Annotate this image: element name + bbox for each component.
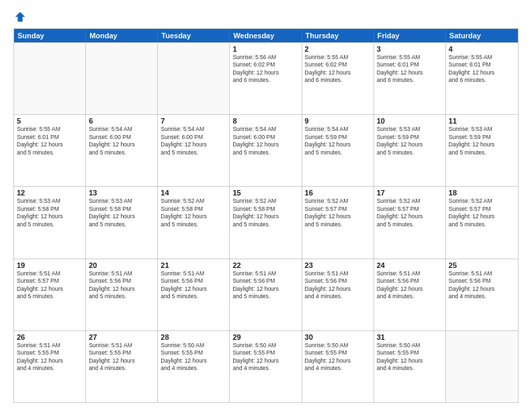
calendar-cell-3: 3Sunrise: 5:55 AM Sunset: 6:01 PM Daylig… <box>374 43 446 114</box>
cell-text: Sunrise: 5:50 AM Sunset: 5:55 PM Dayligh… <box>377 342 443 373</box>
calendar-cell-6: 6Sunrise: 5:54 AM Sunset: 6:00 PM Daylig… <box>86 115 158 186</box>
day-number: 17 <box>377 189 443 197</box>
calendar-cell-18: 18Sunrise: 5:52 AM Sunset: 5:57 PM Dayli… <box>446 187 518 258</box>
cell-text: Sunrise: 5:51 AM Sunset: 5:55 PM Dayligh… <box>17 342 83 373</box>
day-number: 13 <box>89 189 154 197</box>
day-number: 8 <box>232 117 298 125</box>
day-number: 2 <box>305 45 371 53</box>
cell-text: Sunrise: 5:51 AM Sunset: 5:56 PM Dayligh… <box>305 270 371 301</box>
day-number: 4 <box>449 45 515 53</box>
day-number: 3 <box>377 45 443 53</box>
calendar-cell-9: 9Sunrise: 5:54 AM Sunset: 5:59 PM Daylig… <box>302 115 374 186</box>
day-number: 19 <box>17 261 83 269</box>
cell-text: Sunrise: 5:54 AM Sunset: 6:00 PM Dayligh… <box>232 126 298 156</box>
calendar-cell-28: 28Sunrise: 5:50 AM Sunset: 5:55 PM Dayli… <box>158 331 230 402</box>
cell-text: Sunrise: 5:53 AM Sunset: 5:59 PM Dayligh… <box>449 126 515 156</box>
calendar-cell-empty-0-0 <box>14 43 86 114</box>
day-number: 6 <box>89 117 154 125</box>
calendar-cell-27: 27Sunrise: 5:51 AM Sunset: 5:55 PM Dayli… <box>86 331 158 402</box>
header-day-wednesday: Wednesday <box>230 29 302 42</box>
cell-text: Sunrise: 5:55 AM Sunset: 6:01 PM Dayligh… <box>17 126 83 156</box>
calendar-row-3: 19Sunrise: 5:51 AM Sunset: 5:57 PM Dayli… <box>14 259 518 330</box>
calendar-cell-16: 16Sunrise: 5:52 AM Sunset: 5:57 PM Dayli… <box>302 187 374 258</box>
day-number: 14 <box>161 189 226 197</box>
calendar-cell-24: 24Sunrise: 5:51 AM Sunset: 5:56 PM Dayli… <box>374 259 446 330</box>
day-number: 27 <box>89 333 154 341</box>
cell-text: Sunrise: 5:52 AM Sunset: 5:58 PM Dayligh… <box>161 197 226 228</box>
calendar-cell-empty-4-6 <box>446 331 518 402</box>
cell-text: Sunrise: 5:53 AM Sunset: 5:58 PM Dayligh… <box>17 197 83 228</box>
header-day-thursday: Thursday <box>302 29 374 42</box>
day-number: 21 <box>161 261 226 269</box>
calendar-cell-1: 1Sunrise: 5:56 AM Sunset: 6:02 PM Daylig… <box>230 43 302 114</box>
calendar-body: 1Sunrise: 5:56 AM Sunset: 6:02 PM Daylig… <box>14 42 518 402</box>
day-number: 25 <box>449 261 515 269</box>
calendar-cell-30: 30Sunrise: 5:50 AM Sunset: 5:55 PM Dayli… <box>302 331 374 402</box>
calendar-cell-13: 13Sunrise: 5:53 AM Sunset: 5:58 PM Dayli… <box>86 187 158 258</box>
cell-text: Sunrise: 5:51 AM Sunset: 5:55 PM Dayligh… <box>89 342 154 373</box>
cell-text: Sunrise: 5:51 AM Sunset: 5:56 PM Dayligh… <box>89 270 154 301</box>
calendar: SundayMondayTuesdayWednesdayThursdayFrid… <box>13 28 519 403</box>
day-number: 15 <box>232 189 298 197</box>
day-number: 30 <box>305 333 371 341</box>
cell-text: Sunrise: 5:52 AM Sunset: 5:57 PM Dayligh… <box>449 197 515 228</box>
cell-text: Sunrise: 5:50 AM Sunset: 5:55 PM Dayligh… <box>161 342 226 373</box>
day-number: 11 <box>449 117 515 125</box>
calendar-header: SundayMondayTuesdayWednesdayThursdayFrid… <box>14 29 518 42</box>
day-number: 16 <box>305 189 371 197</box>
day-number: 18 <box>449 189 515 197</box>
calendar-cell-21: 21Sunrise: 5:51 AM Sunset: 5:56 PM Dayli… <box>158 259 230 330</box>
header-day-friday: Friday <box>374 29 446 42</box>
header-day-saturday: Saturday <box>446 29 518 42</box>
calendar-row-4: 26Sunrise: 5:51 AM Sunset: 5:55 PM Dayli… <box>14 330 518 402</box>
cell-text: Sunrise: 5:53 AM Sunset: 5:59 PM Dayligh… <box>377 126 443 156</box>
cell-text: Sunrise: 5:52 AM Sunset: 5:57 PM Dayligh… <box>377 197 443 228</box>
cell-text: Sunrise: 5:56 AM Sunset: 6:02 PM Dayligh… <box>232 54 298 85</box>
day-number: 9 <box>305 117 371 125</box>
day-number: 12 <box>17 189 83 197</box>
svg-marker-0 <box>15 12 25 21</box>
cell-text: Sunrise: 5:51 AM Sunset: 5:57 PM Dayligh… <box>17 270 83 301</box>
calendar-cell-19: 19Sunrise: 5:51 AM Sunset: 5:57 PM Dayli… <box>14 259 86 330</box>
calendar-cell-31: 31Sunrise: 5:50 AM Sunset: 5:55 PM Dayli… <box>374 331 446 402</box>
calendar-cell-2: 2Sunrise: 5:55 AM Sunset: 6:02 PM Daylig… <box>302 43 374 114</box>
day-number: 26 <box>17 333 83 341</box>
calendar-row-1: 5Sunrise: 5:55 AM Sunset: 6:01 PM Daylig… <box>14 114 518 186</box>
cell-text: Sunrise: 5:52 AM Sunset: 5:58 PM Dayligh… <box>232 197 298 228</box>
calendar-cell-empty-0-1 <box>86 43 158 114</box>
day-number: 5 <box>17 117 83 125</box>
day-number: 29 <box>232 333 298 341</box>
cell-text: Sunrise: 5:55 AM Sunset: 6:01 PM Dayligh… <box>377 54 443 85</box>
cell-text: Sunrise: 5:52 AM Sunset: 5:57 PM Dayligh… <box>305 197 371 228</box>
cell-text: Sunrise: 5:51 AM Sunset: 5:56 PM Dayligh… <box>161 270 226 301</box>
page: SundayMondayTuesdayWednesdayThursdayFrid… <box>0 0 532 411</box>
cell-text: Sunrise: 5:51 AM Sunset: 5:56 PM Dayligh… <box>377 270 443 301</box>
day-number: 23 <box>305 261 371 269</box>
header-day-sunday: Sunday <box>14 29 86 42</box>
calendar-cell-23: 23Sunrise: 5:51 AM Sunset: 5:56 PM Dayli… <box>302 259 374 330</box>
cell-text: Sunrise: 5:55 AM Sunset: 6:01 PM Dayligh… <box>449 54 515 85</box>
header-day-monday: Monday <box>86 29 158 42</box>
day-number: 22 <box>232 261 298 269</box>
calendar-cell-26: 26Sunrise: 5:51 AM Sunset: 5:55 PM Dayli… <box>14 331 86 402</box>
cell-text: Sunrise: 5:51 AM Sunset: 5:56 PM Dayligh… <box>232 270 298 301</box>
cell-text: Sunrise: 5:55 AM Sunset: 6:02 PM Dayligh… <box>305 54 371 85</box>
day-number: 24 <box>377 261 443 269</box>
calendar-cell-25: 25Sunrise: 5:51 AM Sunset: 5:56 PM Dayli… <box>446 259 518 330</box>
calendar-cell-11: 11Sunrise: 5:53 AM Sunset: 5:59 PM Dayli… <box>446 115 518 186</box>
cell-text: Sunrise: 5:54 AM Sunset: 5:59 PM Dayligh… <box>305 126 371 156</box>
calendar-cell-empty-0-2 <box>158 43 230 114</box>
calendar-cell-4: 4Sunrise: 5:55 AM Sunset: 6:01 PM Daylig… <box>446 43 518 114</box>
cell-text: Sunrise: 5:54 AM Sunset: 6:00 PM Dayligh… <box>89 126 154 156</box>
logo-icon <box>14 11 26 23</box>
calendar-cell-29: 29Sunrise: 5:50 AM Sunset: 5:55 PM Dayli… <box>230 331 302 402</box>
calendar-row-0: 1Sunrise: 5:56 AM Sunset: 6:02 PM Daylig… <box>14 42 518 114</box>
header-day-tuesday: Tuesday <box>158 29 230 42</box>
day-number: 31 <box>377 333 443 341</box>
day-number: 7 <box>161 117 226 125</box>
cell-text: Sunrise: 5:53 AM Sunset: 5:58 PM Dayligh… <box>89 197 154 228</box>
logo <box>13 11 26 21</box>
header <box>13 11 519 21</box>
calendar-row-2: 12Sunrise: 5:53 AM Sunset: 5:58 PM Dayli… <box>14 186 518 258</box>
calendar-cell-8: 8Sunrise: 5:54 AM Sunset: 6:00 PM Daylig… <box>230 115 302 186</box>
